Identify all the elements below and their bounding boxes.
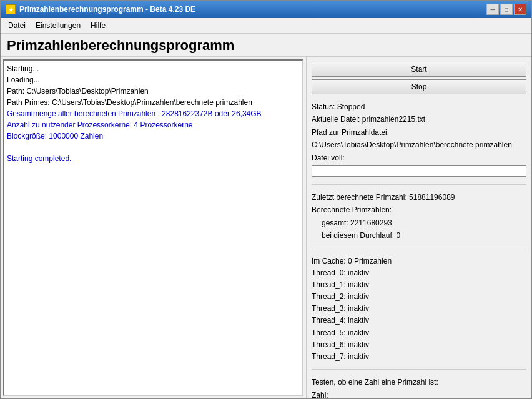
thread3: Thread_3: inaktiv [312, 303, 526, 315]
start-button[interactable]: Start [312, 62, 526, 77]
left-panel: Starting... Loading... Path: C:\Users\To… [1, 57, 307, 398]
button-group: Start Stop [312, 62, 526, 94]
log-line-0: Starting... [7, 63, 300, 74]
minimize-button[interactable]: ─ [486, 4, 499, 15]
stop-button[interactable]: Stop [312, 79, 526, 94]
total-primes: gesamt: 2211680293 [312, 217, 526, 229]
log-line-2: Path: C:\Users\Tobias\Desktop\Primzahlen [7, 86, 300, 97]
status-line: Status: Stopped [312, 101, 526, 113]
log-line-3: Path Primes: C:\Users\Tobias\Desktop\Pri… [7, 97, 300, 108]
thread6: Thread_6: inaktiv [312, 339, 526, 351]
file-full-label: Datei voll: [312, 152, 526, 164]
progress-bar-container [312, 165, 526, 177]
last-prime: Zuletzt berechnete Primzahl: 51881196089 [312, 191, 526, 204]
app-title: Primzahlenberechnungsprogramm [1, 34, 531, 57]
thread1: Thread_1: inaktiv [312, 279, 526, 291]
menu-einstellungen[interactable]: Einstellungen [31, 19, 86, 32]
this-run-primes: bei diesem Durchlauf: 0 [312, 229, 526, 242]
log-line-7 [7, 142, 300, 153]
main-content: Starting... Loading... Path: C:\Users\To… [1, 57, 531, 398]
title-bar-left: ★ Primzahlenberechnungsprogramm - Beta 4… [6, 4, 195, 14]
divider-3 [312, 369, 526, 370]
log-area[interactable]: Starting... Loading... Path: C:\Users\To… [4, 61, 302, 395]
log-line-5: Anzahl zu nutzender Prozessorkerne: 4 Pr… [7, 119, 300, 131]
window-title: Primzahlenberechnungsprogramm - Beta 4.2… [19, 5, 195, 14]
right-panel: Start Stop Status: Stopped Aktuelle Date… [307, 57, 531, 398]
menu-datei[interactable]: Datei [3, 19, 31, 32]
app-icon: ★ [6, 4, 16, 14]
main-window: ★ Primzahlenberechnungsprogramm - Beta 4… [0, 0, 532, 399]
title-bar: ★ Primzahlenberechnungsprogramm - Beta 4… [1, 1, 531, 18]
test-section: Testen, ob eine Zahl eine Primzahl ist: … [312, 376, 526, 398]
log-line-6: Blockgröße: 1000000 Zahlen [7, 131, 300, 142]
calculated-primes: Berechnete Primzahlen: [312, 204, 526, 216]
status-section: Status: Stopped Aktuelle Datei: primzahl… [312, 101, 526, 178]
test-label: Testen, ob eine Zahl eine Primzahl ist: [312, 376, 526, 388]
close-button[interactable]: ✕ [514, 4, 526, 15]
log-line-1: Loading... [7, 74, 300, 86]
thread4: Thread_4: inaktiv [312, 315, 526, 327]
active-file: Aktuelle Datei: primzahlen2215.txt [312, 113, 526, 126]
menu-bar: Datei Einstellungen Hilfe [1, 18, 531, 34]
log-line-8: Starting completed. [7, 153, 300, 164]
cache-label: Im Cache: 0 Primzahlen [312, 255, 526, 267]
divider-1 [312, 184, 526, 185]
thread5: Thread_5: inaktiv [312, 327, 526, 339]
log-scroll-wrapper: Starting... Loading... Path: C:\Users\To… [3, 59, 303, 396]
zahl-label: Zahl: [312, 389, 526, 398]
thread-info-section: Im Cache: 0 Primzahlen Thread_0: inaktiv… [312, 255, 526, 363]
prime-stats-section: Zuletzt berechnete Primzahl: 51881196089… [312, 191, 526, 242]
log-line-4: Gesamtmenge aller berechneten Primzahlen… [7, 108, 300, 119]
path-value: C:\Users\Tobias\Desktop\Primzahlen\berec… [312, 139, 526, 151]
title-bar-controls: ─ □ ✕ [486, 4, 526, 15]
divider-2 [312, 249, 526, 249]
path-label: Pfad zur Primzahldatei: [312, 126, 526, 139]
maximize-button[interactable]: □ [500, 4, 513, 15]
thread7: Thread_7: inaktiv [312, 351, 526, 363]
thread2: Thread_2: inaktiv [312, 291, 526, 303]
menu-hilfe[interactable]: Hilfe [86, 19, 111, 32]
thread0: Thread_0: inaktiv [312, 267, 526, 279]
